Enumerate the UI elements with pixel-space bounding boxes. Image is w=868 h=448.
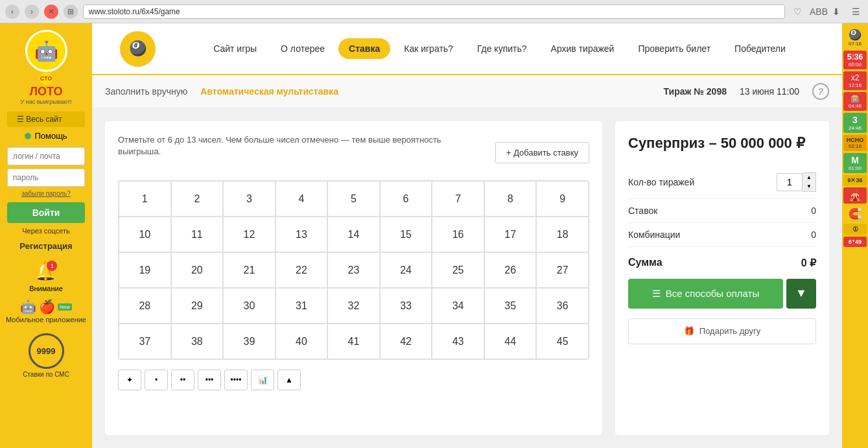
- add-bet-button[interactable]: + Добавить ставку: [495, 142, 589, 163]
- number-cell-10[interactable]: 10: [119, 217, 171, 252]
- number-cell-27[interactable]: 27: [536, 252, 589, 288]
- nav-where-link[interactable]: Где купить?: [467, 38, 537, 59]
- abv-button[interactable]: ABВ: [810, 5, 824, 19]
- fill-auto-link[interactable]: Автоматическая мультиставка: [200, 86, 338, 97]
- number-cell-7[interactable]: 7: [432, 181, 484, 217]
- number-cell-45[interactable]: 45: [536, 324, 589, 359]
- number-cell-39[interactable]: 39: [223, 324, 276, 359]
- url-bar[interactable]: [83, 5, 785, 19]
- right-game-5x36[interactable]: 5⃣36 00:00: [843, 51, 867, 69]
- tool-clear-button[interactable]: ✦: [118, 370, 141, 390]
- number-cell-16[interactable]: 16: [432, 217, 484, 252]
- number-cell-25[interactable]: 25: [432, 252, 484, 288]
- draws-down-button[interactable]: ▼: [803, 182, 815, 191]
- number-cell-31[interactable]: 31: [276, 288, 328, 324]
- back-button[interactable]: ‹: [5, 5, 19, 19]
- nav-how-link[interactable]: Как играть?: [393, 38, 463, 59]
- number-cell-1[interactable]: 1: [119, 181, 171, 217]
- register-link[interactable]: Регистрация: [19, 241, 72, 251]
- number-cell-41[interactable]: 41: [327, 324, 380, 359]
- number-cell-11[interactable]: 11: [171, 217, 224, 252]
- grid-button[interactable]: ⊞: [64, 5, 78, 19]
- right-game-x2[interactable]: x2 12:16: [843, 71, 867, 90]
- number-cell-17[interactable]: 17: [484, 217, 537, 252]
- number-cell-20[interactable]: 20: [171, 252, 224, 288]
- tool-1-button[interactable]: •: [145, 370, 168, 390]
- number-cell-33[interactable]: 33: [380, 288, 432, 324]
- sms-bets[interactable]: 9999 Ставки по СМС: [23, 333, 69, 378]
- number-cell-32[interactable]: 32: [327, 288, 380, 324]
- number-cell-8[interactable]: 8: [484, 181, 537, 217]
- download-button[interactable]: ⬇: [829, 5, 843, 19]
- nav-site-link[interactable]: Сайт игры: [203, 38, 267, 59]
- password-input[interactable]: [7, 169, 85, 187]
- nav-archive-link[interactable]: Архив тиражей: [541, 38, 625, 59]
- draws-up-button[interactable]: ▲: [803, 173, 815, 182]
- number-cell-3[interactable]: 3: [223, 181, 276, 217]
- nav-winners-link[interactable]: Победители: [724, 38, 796, 59]
- number-cell-14[interactable]: 14: [327, 217, 380, 252]
- number-cell-29[interactable]: 29: [171, 288, 224, 324]
- right-game-m[interactable]: M 01:00: [843, 153, 867, 173]
- number-cell-15[interactable]: 15: [380, 217, 432, 252]
- number-cell-42[interactable]: 42: [380, 324, 432, 359]
- mobile-app-area[interactable]: 🤖 🍎 New Мобильное приложение: [6, 299, 86, 324]
- forward-button[interactable]: ›: [25, 5, 39, 19]
- forgot-password-link[interactable]: забыли пароль?: [21, 190, 71, 197]
- number-cell-21[interactable]: 21: [223, 252, 276, 288]
- close-button[interactable]: ✕: [44, 5, 58, 19]
- number-cell-28[interactable]: 28: [119, 288, 171, 324]
- number-cell-37[interactable]: 37: [119, 324, 171, 359]
- right-game-19[interactable]: ①: [843, 224, 867, 235]
- number-cell-6[interactable]: 6: [380, 181, 432, 217]
- gift-button[interactable]: 🎁 Подарить другу: [628, 318, 816, 344]
- menu-button[interactable]: ☰: [849, 5, 863, 19]
- number-cell-38[interactable]: 38: [171, 324, 224, 359]
- right-game-6x45[interactable]: 🎱 07:16: [843, 27, 867, 49]
- right-game-3[interactable]: 3 24:46: [843, 113, 867, 133]
- right-game-horseshoe[interactable]: 🧲: [843, 206, 867, 222]
- number-cell-43[interactable]: 43: [432, 324, 484, 359]
- number-cell-23[interactable]: 23: [327, 252, 380, 288]
- right-game-nsno[interactable]: НСНО 02:16: [843, 135, 867, 151]
- login-button[interactable]: Войти: [7, 202, 85, 223]
- number-cell-30[interactable]: 30: [223, 288, 276, 324]
- number-cell-34[interactable]: 34: [432, 288, 484, 324]
- tool-expand-button[interactable]: ▲: [277, 370, 301, 390]
- number-cell-19[interactable]: 19: [119, 252, 171, 288]
- number-cell-4[interactable]: 4: [276, 181, 328, 217]
- number-cell-24[interactable]: 24: [380, 252, 432, 288]
- number-cell-12[interactable]: 12: [223, 217, 276, 252]
- nav-bet-link[interactable]: Ставка: [338, 38, 390, 59]
- number-cell-40[interactable]: 40: [276, 324, 328, 359]
- payment-button[interactable]: ☰ Все способы оплаты: [628, 279, 783, 309]
- number-cell-13[interactable]: 13: [276, 217, 328, 252]
- heart-button[interactable]: ♡: [790, 5, 804, 19]
- right-game-4[interactable]: 🎰 04:46: [843, 92, 867, 111]
- help-item[interactable]: Помощь: [25, 131, 67, 141]
- tool-2-button[interactable]: ••: [171, 370, 194, 390]
- login-input[interactable]: [7, 147, 85, 165]
- payment-dropdown-button[interactable]: ▼: [786, 279, 816, 309]
- number-cell-22[interactable]: 22: [276, 252, 328, 288]
- draws-input[interactable]: [777, 173, 803, 191]
- number-cell-26[interactable]: 26: [484, 252, 537, 288]
- social-login-link[interactable]: Через соцсеть: [22, 227, 69, 235]
- number-cell-35[interactable]: 35: [484, 288, 537, 324]
- all-site-button[interactable]: ☰ Весь сайт: [7, 112, 85, 127]
- number-cell-18[interactable]: 18: [536, 217, 589, 252]
- number-cell-9[interactable]: 9: [536, 181, 589, 217]
- nav-check-link[interactable]: Проверить билет: [628, 38, 721, 59]
- right-game-red6[interactable]: 🎪: [843, 187, 867, 204]
- right-game-649[interactable]: 6⁺49: [843, 237, 867, 247]
- number-cell-2[interactable]: 2: [171, 181, 224, 217]
- number-cell-36[interactable]: 36: [536, 288, 589, 324]
- number-cell-5[interactable]: 5: [327, 181, 380, 217]
- help-circle-button[interactable]: ?: [812, 83, 829, 100]
- nav-about-link[interactable]: О лотерее: [270, 38, 335, 59]
- tool-4-button[interactable]: ••••: [224, 370, 248, 390]
- tool-chart-button[interactable]: 📊: [251, 370, 274, 390]
- number-cell-44[interactable]: 44: [484, 324, 537, 359]
- bell-button[interactable]: 🔔 1: [34, 261, 57, 282]
- right-game-6x36[interactable]: 6✕36: [843, 175, 867, 185]
